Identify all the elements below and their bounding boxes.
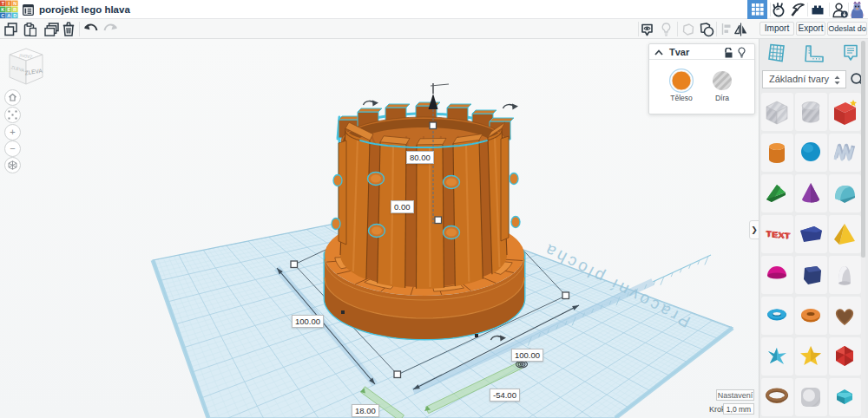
svg-text:N: N (13, 1, 16, 6)
svg-text:E: E (7, 7, 10, 12)
svg-text:C: C (1, 13, 4, 18)
svg-text:K: K (1, 7, 4, 12)
svg-text:R: R (13, 7, 16, 12)
svg-text:D: D (13, 13, 16, 18)
svg-text:A: A (7, 13, 10, 18)
